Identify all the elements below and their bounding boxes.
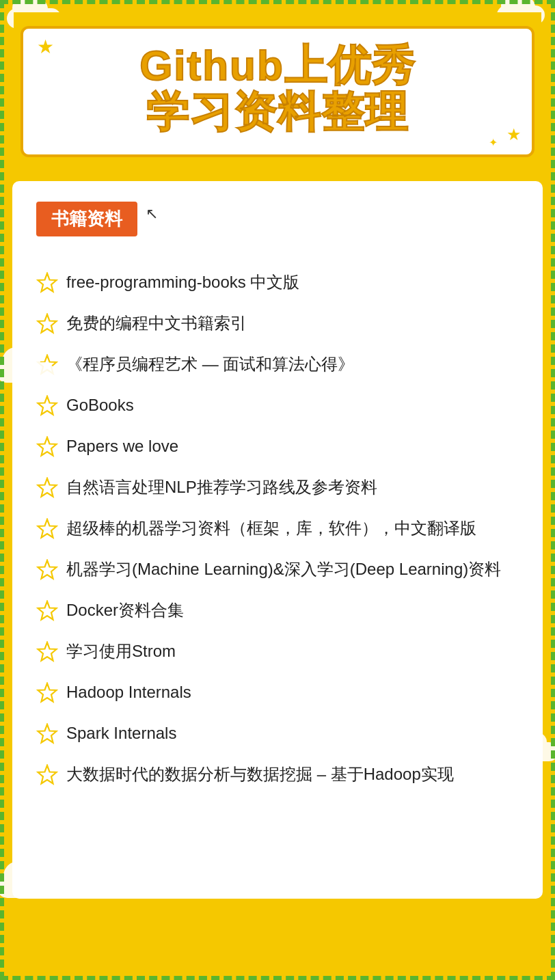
list-item: free-programming-books 中文版	[36, 271, 519, 297]
main-title: Github上优秀 学习资料整理	[44, 42, 511, 135]
star-icon	[36, 395, 61, 420]
item-text: GoBooks	[66, 394, 519, 418]
star-icon	[36, 272, 61, 297]
star-icon	[36, 559, 61, 584]
item-text: 自然语言处理NLP推荐学习路线及参考资料	[66, 476, 519, 500]
list-item: 学习使用Strom	[36, 640, 519, 666]
content-card: 书籍资料 ↖ free-programming-books 中文版 免费的编程中…	[12, 181, 543, 899]
header-inner: ★ Github上优秀 学习资料整理 ★ ✦	[21, 26, 534, 157]
list-item: 超级棒的机器学习资料（框架，库，软件），中文翻译版	[36, 517, 519, 543]
item-text: Docker资料合集	[66, 599, 519, 623]
star-icon	[36, 723, 61, 748]
item-text: Spark Internals	[66, 722, 519, 746]
star-icon	[36, 764, 61, 789]
item-text: 免费的编程中文书籍索引	[66, 312, 519, 336]
list-item: 机器学习(Machine Learning)&深入学习(Deep Learnin…	[36, 558, 519, 584]
star-icon	[36, 682, 61, 707]
cloud-decoration-br	[507, 742, 555, 761]
item-text: 大数据时代的数据分析与数据挖掘 – 基于Hadoop实现	[66, 763, 519, 787]
cloud-decoration-ml	[0, 362, 55, 383]
item-text: 《程序员编程艺术 — 面试和算法心得》	[66, 353, 519, 377]
item-text: Papers we love	[66, 435, 519, 459]
title-line1: Github上优秀	[44, 42, 511, 89]
star-icon	[36, 518, 61, 543]
item-text: 学习使用Strom	[66, 640, 519, 664]
star-icon-header-br: ✦	[489, 136, 498, 149]
star-icon	[36, 477, 61, 502]
list-item: 《程序员编程艺术 — 面试和算法心得》	[36, 353, 519, 379]
list-item: Spark Internals	[36, 722, 519, 748]
list-item: 大数据时代的数据分析与数据挖掘 – 基于Hadoop实现	[36, 763, 519, 789]
cloud-decoration-bl	[0, 876, 58, 898]
list-item: 自然语言处理NLP推荐学习路线及参考资料	[36, 476, 519, 502]
star-icon	[36, 600, 61, 625]
section-label: 书籍资料	[36, 202, 137, 236]
star-icon-header-tr: ★	[506, 125, 522, 144]
book-list: free-programming-books 中文版 免费的编程中文书籍索引 《…	[36, 271, 519, 789]
star-icon	[36, 436, 61, 461]
star-icon	[36, 641, 61, 666]
star-icon	[36, 313, 61, 338]
star-icon-header-tl: ★	[37, 36, 54, 58]
item-text: free-programming-books 中文版	[66, 271, 519, 295]
list-item: Hadoop Internals	[36, 681, 519, 707]
item-text: 超级棒的机器学习资料（框架，库，软件），中文翻译版	[66, 517, 519, 541]
item-text: 机器学习(Machine Learning)&深入学习(Deep Learnin…	[66, 558, 519, 582]
list-item: Docker资料合集	[36, 599, 519, 625]
title-line2: 学习资料整理	[44, 89, 511, 135]
cursor-icon: ↖	[146, 205, 158, 223]
item-text: Hadoop Internals	[66, 681, 519, 705]
list-item: Papers we love	[36, 435, 519, 461]
list-item: GoBooks	[36, 394, 519, 420]
list-item: 免费的编程中文书籍索引	[36, 312, 519, 338]
header-area: ★ Github上优秀 学习资料整理 ★ ✦	[14, 12, 541, 178]
